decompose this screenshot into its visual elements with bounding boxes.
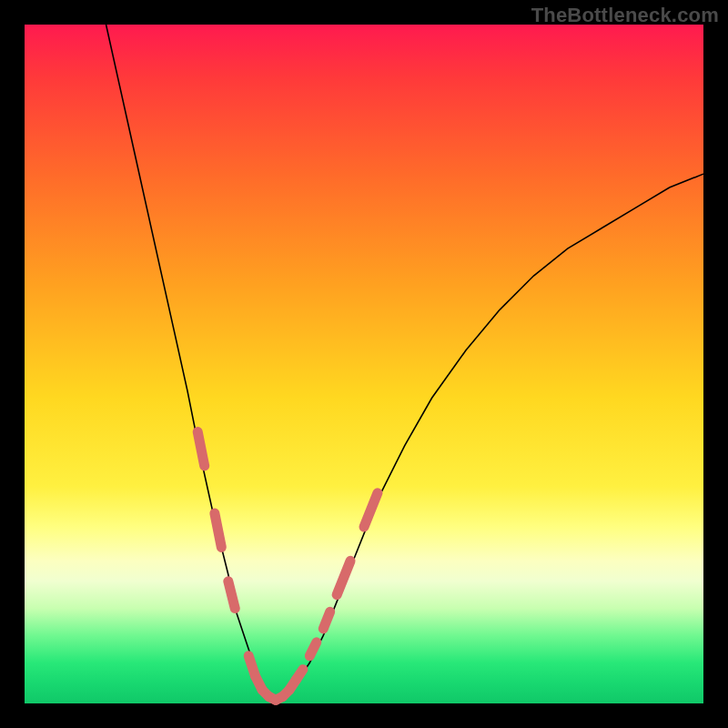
highlight-seg (215, 513, 221, 547)
highlight-seg (296, 670, 302, 680)
left-branch-curve (106, 25, 277, 700)
highlight-seg (337, 561, 350, 594)
right-branch-curve (276, 174, 703, 700)
highlight-seg (364, 493, 378, 527)
highlight-seg (309, 642, 316, 656)
plot-area (25, 25, 703, 703)
watermark-text: TheBottleneck.com (531, 4, 719, 27)
curve-canvas (25, 25, 703, 703)
highlight-seg (323, 612, 329, 629)
highlight-seg (197, 432, 204, 466)
highlight-segments (197, 432, 378, 701)
highlight-seg (228, 581, 235, 609)
chart-frame: TheBottleneck.com (0, 0, 728, 728)
